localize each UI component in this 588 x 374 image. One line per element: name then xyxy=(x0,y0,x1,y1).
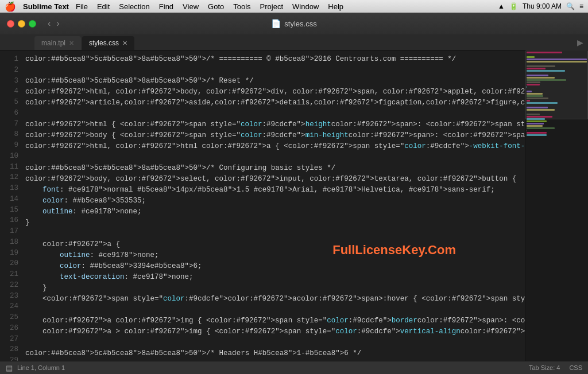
code-area[interactable]: color:##b5cea8">5c#b5cea8">8a#b5cea8">50… xyxy=(23,50,525,361)
battery-icon: 🔋 xyxy=(509,2,518,10)
search-icon[interactable]: 🔍 xyxy=(566,2,575,10)
minimize-button[interactable] xyxy=(18,20,25,28)
line-numbers: 1234567891011121314151617181920212223242… xyxy=(0,50,23,361)
titlebar: ‹ › 📄 styles.css xyxy=(0,13,588,34)
tab-main-tpl[interactable]: main.tpl ✕ xyxy=(34,36,81,50)
titlebar-nav: ‹ › xyxy=(45,18,62,29)
editor-container: 1234567891011121314151617181920212223242… xyxy=(0,50,588,361)
tab-styles-css[interactable]: styles.css ✕ xyxy=(82,36,134,50)
tabs-overflow-icon[interactable]: ▶ xyxy=(577,38,583,47)
tab-close-icon[interactable]: ✕ xyxy=(122,40,127,47)
menu-tools[interactable]: Tools xyxy=(229,2,255,11)
statusbar-right: Tab Size: 4 CSS xyxy=(529,364,582,371)
nav-forward-icon[interactable]: › xyxy=(54,18,61,29)
menubar: 🍎 Sublime Text File Edit Selection Find … xyxy=(0,0,588,13)
minimap[interactable] xyxy=(525,50,588,361)
menu-window[interactable]: Window xyxy=(288,2,323,11)
close-button[interactable] xyxy=(7,20,14,28)
language[interactable]: CSS xyxy=(569,364,582,371)
statusbar-file-icon: ▤ xyxy=(6,364,13,372)
maximize-button[interactable] xyxy=(29,20,36,28)
statusbar: ▤ Line 1, Column 1 Tab Size: 4 CSS xyxy=(0,361,588,374)
menubar-right: ▲ 🔋 Thu 9:00 AM 🔍 ≡ xyxy=(498,2,583,10)
menu-goto[interactable]: Goto xyxy=(203,2,229,11)
list-icon[interactable]: ≡ xyxy=(579,2,583,10)
tab-close-icon[interactable]: ✕ xyxy=(69,40,74,47)
menu-find[interactable]: Find xyxy=(154,2,178,11)
menu-help[interactable]: Help xyxy=(323,2,348,11)
titlebar-title: 📄 styles.css xyxy=(271,19,316,28)
clock: Thu 9:00 AM xyxy=(523,2,562,10)
tab-label: styles.css xyxy=(89,39,119,47)
menu-edit[interactable]: Edit xyxy=(92,2,114,11)
cursor-position: Line 1, Column 1 xyxy=(17,364,65,371)
menu-project[interactable]: Project xyxy=(256,2,288,11)
menu-file[interactable]: File xyxy=(71,2,92,11)
nav-back-icon[interactable]: ‹ xyxy=(45,18,53,29)
editor-main[interactable]: 1234567891011121314151617181920212223242… xyxy=(0,50,525,361)
menu-view[interactable]: View xyxy=(178,2,203,11)
apple-menu[interactable]: 🍎 xyxy=(5,1,16,12)
tab-label: main.tpl xyxy=(41,39,65,47)
wifi-icon: ▲ xyxy=(498,2,505,10)
menu-selection[interactable]: Selection xyxy=(114,2,154,11)
tab-size[interactable]: Tab Size: 4 xyxy=(529,364,560,371)
file-icon: 📄 xyxy=(271,19,281,28)
tab-bar: main.tpl ✕ styles.css ✕ ▶ xyxy=(0,34,588,50)
traffic-lights xyxy=(7,20,36,28)
statusbar-left: ▤ Line 1, Column 1 xyxy=(6,364,65,372)
window-title: styles.css xyxy=(284,20,316,28)
app-name[interactable]: Sublime Text xyxy=(23,2,69,11)
